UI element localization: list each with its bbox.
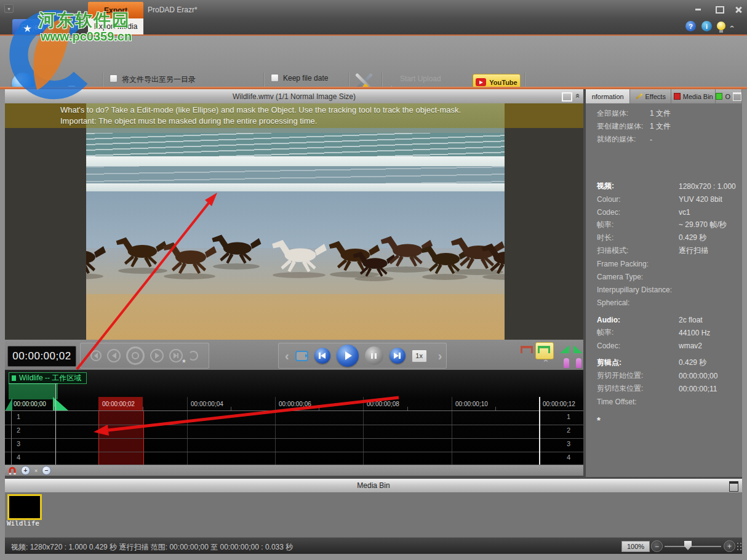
red-square-icon: [674, 93, 681, 100]
play-icon-disabled[interactable]: [150, 349, 164, 362]
media-thumbnail-wildlife[interactable]: [7, 494, 42, 520]
help-icon[interactable]: ?: [685, 21, 696, 31]
tab-information[interactable]: nformation: [586, 89, 630, 103]
track-number-right: 4: [562, 454, 575, 461]
work-area-start-handle[interactable]: [5, 398, 12, 411]
info-row: 时长:0.429 秒: [586, 231, 742, 244]
next-frame-icon-disabled[interactable]: [169, 349, 183, 362]
media-bin-window-icon[interactable]: [729, 481, 738, 492]
marker-out-icon[interactable]: [576, 358, 581, 368]
ruler-tick-label[interactable]: 00:00:00;00: [14, 401, 46, 407]
info-row: Spherical:: [586, 296, 742, 309]
tab-project[interactable]: Project: [12, 19, 53, 34]
track-number-right: 3: [562, 440, 575, 447]
magnet-snap-icon[interactable]: [8, 466, 17, 475]
ribbon-group-tab-export[interactable]: Export: [88, 2, 143, 18]
marker-in-icon[interactable]: [564, 358, 569, 368]
tab-export-media[interactable]: Export Media: [88, 18, 143, 34]
youtube-icon: [476, 78, 486, 86]
tab-output[interactable]: O: [716, 89, 742, 103]
playback-speed-button[interactable]: 1x: [412, 350, 427, 362]
info-row: Interpupillary Distance:: [586, 283, 742, 296]
info-icon[interactable]: i: [701, 21, 712, 31]
play-button[interactable]: [337, 345, 359, 367]
play-backward-icon-disabled[interactable]: [107, 349, 121, 362]
clip-range-icon[interactable]: [521, 346, 533, 353]
pencil-icon: [636, 93, 642, 99]
preview-title: Wildlife.wmv (1/1 Normal Image Size): [233, 92, 356, 101]
zoom-level-display[interactable]: 100%: [621, 541, 650, 552]
zoom-slider-track[interactable]: [665, 546, 721, 547]
go-to-start-button[interactable]: [314, 348, 330, 364]
info-row: 全部媒体:1 文件: [586, 107, 742, 120]
loop-icon-disabled[interactable]: [188, 351, 198, 361]
keep-file-date-checkbox[interactable]: [271, 74, 279, 82]
zoom-reset-x[interactable]: ×: [34, 468, 38, 474]
ruler-tick-label[interactable]: 00:00:00;08: [367, 401, 399, 407]
tab-media-bin[interactable]: Media Bin: [671, 89, 716, 103]
tip-bulb-icon[interactable]: [717, 22, 725, 30]
tab-effects[interactable]: Effects: [630, 89, 671, 103]
timeline-zoom-out-icon[interactable]: −: [42, 466, 51, 475]
start-upload-button[interactable]: Start Upload: [400, 74, 441, 83]
minimize-button[interactable]: [690, 5, 705, 14]
info-row: 剪辑点:0.429 秒: [586, 356, 742, 369]
export-other-dir-label: 将文件导出至另一目录: [122, 74, 196, 85]
clip-color-swatch: [12, 375, 16, 381]
zoom-slider-handle[interactable]: [684, 541, 692, 550]
chevron-left-icon[interactable]: ‹: [285, 349, 289, 363]
info-row: Codec:wmav2: [586, 339, 742, 352]
work-area-range-icon[interactable]: [538, 346, 550, 353]
work-area-region[interactable]: [9, 383, 58, 399]
ruler-tick-label[interactable]: 00:00:00;10: [455, 401, 488, 407]
go-to-end-button[interactable]: [389, 348, 405, 364]
video-frame[interactable]: [86, 128, 505, 340]
resize-grip[interactable]: [737, 543, 738, 544]
set-work-area-start-icon[interactable]: [560, 345, 569, 353]
media-thumbnail-label: Wildlife: [7, 519, 39, 527]
ruler-tick-label[interactable]: 00:00:00;06: [279, 401, 311, 407]
green-square-icon: [716, 93, 722, 100]
title-bar: ▾ Project Start Export Export Media ProD…: [0, 0, 747, 34]
export-other-dir-checkbox[interactable]: [110, 74, 118, 82]
right-panel-tabs: nformation Effects Media Bin O: [586, 89, 742, 103]
set-work-area-end-icon[interactable]: [573, 345, 583, 353]
tab-start[interactable]: Start: [55, 19, 87, 34]
chevron-up-icon[interactable]: ‹: [545, 356, 548, 366]
hint-banner: What's to do? Take a Edit-mode (like Ell…: [5, 103, 583, 128]
window-menu-icon[interactable]: ▾: [4, 4, 14, 13]
ruler-tick-label[interactable]: 00:00:00;02: [102, 401, 135, 407]
timeline-toolbar: + × −: [5, 465, 583, 476]
close-button[interactable]: [731, 5, 746, 14]
info-row: 帧率:~ 29.970 帧/秒: [586, 218, 742, 231]
prodad-erazr-window: ▾ Project Start Export Export Media ProD…: [0, 0, 747, 560]
ruler-tick-label[interactable]: 00:00:00;04: [191, 401, 223, 407]
collapse-ribbon-icon[interactable]: ‹: [731, 22, 733, 31]
loop-playback-icon[interactable]: [295, 351, 308, 361]
chevron-right-icon[interactable]: ›: [438, 349, 442, 363]
clip-label[interactable]: Wildlife -- 工作区域: [9, 372, 87, 384]
ruler-tick-label[interactable]: 00:00:00;12: [543, 401, 575, 407]
pause-button[interactable]: [365, 346, 383, 365]
media-bin-header[interactable]: Media Bin: [5, 479, 742, 492]
zoom-out-button[interactable]: −: [651, 540, 663, 552]
clip-label-text: Wildlife -- 工作区域: [19, 373, 81, 383]
maximize-button[interactable]: [713, 5, 727, 14]
tab-information-label: nformation: [592, 93, 624, 100]
info-row: Colour:YUV 420 8bit: [586, 193, 742, 206]
zoom-in-button[interactable]: +: [724, 540, 735, 552]
info-row: 剪切开始位置:00:00:00;00: [586, 369, 742, 382]
timeline[interactable]: Wildlife -- 工作区域 00:00:00;00 00:00:00;02…: [5, 370, 583, 465]
keep-file-date-label: Keep file date: [283, 74, 328, 82]
window-title: ProDAD Erazr*: [148, 6, 198, 14]
preview-maximize-icon[interactable]: [562, 92, 572, 102]
playhead-line[interactable]: [55, 383, 56, 465]
preview-collapse-icon[interactable]: «: [576, 91, 580, 100]
timeline-zoom-in-icon[interactable]: +: [21, 466, 30, 475]
step-back-icon-disabled[interactable]: [90, 350, 102, 361]
clip-end-line: [539, 397, 540, 465]
transport-bar: 00:00:00;02 * ‹ 1x › ‹: [5, 340, 583, 370]
media-bin-header-label: Media Bin: [357, 481, 389, 490]
preview-letterbox-left: [5, 128, 86, 340]
record-icon-disabled[interactable]: [126, 346, 145, 365]
